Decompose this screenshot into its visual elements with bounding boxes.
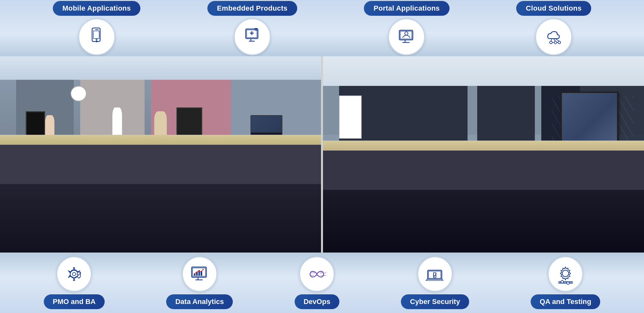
bottom-section: PMO and BA Data Analytics <box>0 253 644 313</box>
cloud-label: Cloud Solutions <box>516 1 591 16</box>
svg-rect-2 <box>93 31 99 39</box>
mobile-label: Mobile Applications <box>53 1 141 16</box>
devops-icon-circle: PLAN CODE DEPLOY OPERATE <box>299 256 335 292</box>
pmo-icon-circle <box>56 256 92 292</box>
security-label: Cyber Security <box>401 294 469 309</box>
security-icon <box>424 264 445 285</box>
embedded-label: Embedded Products <box>207 1 297 16</box>
portal-icon-circle <box>388 18 425 55</box>
top-section: Mobile Applications Embedded Products <box>0 0 644 56</box>
svg-rect-10 <box>250 32 254 34</box>
pmo-icon <box>64 264 85 285</box>
bottom-card-pmo[interactable]: PMO and BA <box>44 256 105 309</box>
top-card-embedded[interactable]: Embedded Products <box>207 1 297 55</box>
cloud-icon-circle <box>535 18 572 55</box>
svg-point-46 <box>561 281 564 283</box>
svg-point-35 <box>203 269 204 270</box>
svg-point-19 <box>558 41 561 44</box>
qa-label: QA and Testing <box>531 294 600 309</box>
svg-text:DEPLOY: DEPLOY <box>320 272 327 274</box>
top-card-portal[interactable]: Portal Applications <box>364 1 449 55</box>
svg-text:OPERATE: OPERATE <box>320 275 327 276</box>
qa-icon <box>555 264 576 285</box>
security-icon-circle <box>417 256 453 292</box>
svg-point-16 <box>405 32 408 35</box>
analytics-icon-circle <box>182 256 217 292</box>
mobile-icon <box>86 26 107 47</box>
analytics-icon <box>189 264 210 285</box>
svg-point-17 <box>550 41 552 44</box>
analytics-label: Data Analytics <box>166 294 233 309</box>
devops-label: DevOps <box>295 294 339 309</box>
cloud-icon <box>543 26 564 47</box>
embedded-icon-circle <box>234 18 271 55</box>
svg-point-47 <box>567 282 569 284</box>
devops-icon: PLAN CODE DEPLOY OPERATE <box>307 264 327 285</box>
svg-point-11 <box>255 30 257 31</box>
svg-point-18 <box>554 41 557 44</box>
bottom-card-security[interactable]: Cyber Security <box>401 256 469 309</box>
qa-icon-circle <box>548 256 583 292</box>
bottom-card-qa[interactable]: QA and Testing <box>531 256 600 309</box>
portal-label: Portal Applications <box>364 1 449 16</box>
svg-point-25 <box>70 270 78 278</box>
svg-point-43 <box>562 270 569 277</box>
right-photo-panel <box>323 56 644 253</box>
top-card-cloud[interactable]: Cloud Solutions <box>516 1 591 55</box>
svg-text:PLAN: PLAN <box>310 272 315 274</box>
bottom-card-devops[interactable]: PLAN CODE DEPLOY OPERATE DevOps <box>295 256 339 309</box>
left-photo-panel <box>0 56 321 253</box>
portal-icon <box>396 26 417 47</box>
svg-point-26 <box>72 272 76 276</box>
bottom-card-analytics[interactable]: Data Analytics <box>166 256 233 309</box>
top-card-mobile[interactable]: Mobile Applications <box>53 1 141 55</box>
mobile-icon-circle <box>78 18 115 55</box>
middle-section <box>0 56 644 253</box>
pmo-label: PMO and BA <box>44 294 105 309</box>
svg-text:CODE: CODE <box>310 275 314 276</box>
embedded-icon <box>242 26 263 47</box>
